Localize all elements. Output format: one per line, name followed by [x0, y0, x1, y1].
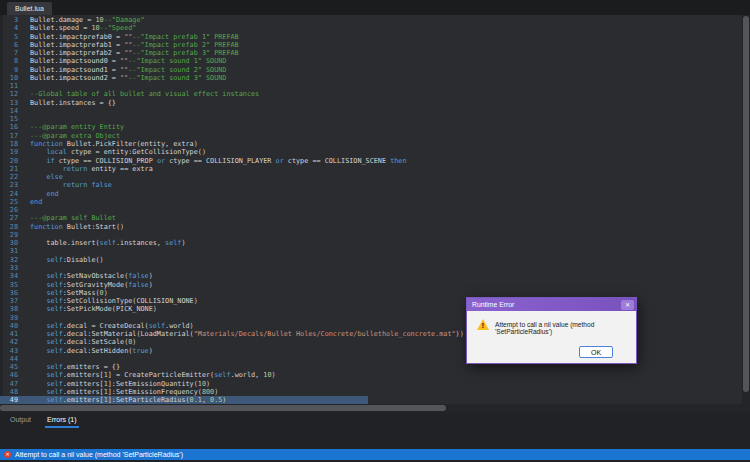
code-line[interactable]: 47 self.emitters[1]:SetEmissionQuantity(…	[0, 380, 742, 388]
line-number: 12	[0, 90, 26, 98]
code-line[interactable]: 31	[0, 247, 742, 255]
code-line[interactable]: 23 return false	[0, 181, 742, 189]
code-line[interactable]: 9Bullet.impactsound1 = ""--"Impact sound…	[0, 66, 742, 74]
code-line[interactable]: 46 self.emitters[1] = CreateParticleEmit…	[0, 371, 742, 379]
code-line[interactable]: 48 self.emitters[1]:SetEmissionFrequency…	[0, 388, 742, 396]
code-line[interactable]: 7Bullet.impactprefab2 = ""--"Impact pref…	[0, 49, 742, 57]
line-number: 42	[0, 338, 26, 346]
line-number: 6	[0, 41, 26, 49]
line-number: 3	[0, 16, 26, 24]
code-text: Bullet.damage = 10--"Damage"	[26, 16, 145, 24]
code-text: ---@param extra Object	[26, 132, 120, 140]
ok-button[interactable]: OK	[579, 346, 613, 358]
code-line[interactable]: 22 else	[0, 173, 742, 181]
tab-bullet-lua[interactable]: Bullet.lua	[7, 2, 52, 15]
code-line[interactable]: 34 self:SetNavObstacle(false)	[0, 272, 742, 280]
code-line[interactable]: 49 self.emitters[1]:SetParticleRadius(0.…	[0, 396, 742, 404]
code-text: self.emitters[1]:SetParticleRadius(0.1, …	[26, 396, 226, 404]
code-line[interactable]: 8Bullet.impactsound0 = ""--"Impact sound…	[0, 57, 742, 65]
line-number: 32	[0, 256, 26, 264]
code-line[interactable]: 24 end	[0, 190, 742, 198]
code-line[interactable]: 15	[0, 115, 742, 123]
line-number: 19	[0, 148, 26, 156]
code-text: local ctype = entity:GetCollisionType()	[26, 148, 206, 156]
code-line[interactable]: 25end	[0, 198, 742, 206]
code-line[interactable]: 45 self.emitters = {}	[0, 363, 742, 371]
vertical-scrollbar-thumb[interactable]	[743, 16, 749, 392]
tab-output[interactable]: Output	[8, 412, 33, 428]
code-line[interactable]: 27---@param self Bullet	[0, 214, 742, 222]
tab-title: Bullet.lua	[15, 5, 44, 12]
code-line[interactable]: 30 table.insert(self.instances, self)	[0, 239, 742, 247]
error-list-item[interactable]: ✕ Attempt to call a nil value (method 'S…	[0, 449, 750, 460]
code-text: self:SetNavObstacle(false)	[26, 272, 153, 280]
code-line[interactable]: 12--Global table of all bullet and visua…	[0, 90, 742, 98]
errors-list: ✕ Attempt to call a nil value (method 'S…	[0, 428, 750, 462]
code-line[interactable]: 29	[0, 231, 742, 239]
code-text: Bullet.impactsound2 = ""--"Impact sound …	[26, 74, 226, 82]
code-text	[26, 314, 30, 322]
vertical-scrollbar[interactable]	[742, 15, 750, 404]
line-number: 36	[0, 289, 26, 297]
code-line[interactable]: 36 self:SetMass(0)	[0, 289, 742, 297]
code-text: ---@param entity Entity	[26, 123, 124, 131]
close-icon[interactable]: ✕	[621, 300, 634, 310]
bottom-panel: Output Errors (1) ✕ Attempt to call a ni…	[0, 412, 750, 462]
code-text: if ctype == COLLISION_PROP or ctype == C…	[26, 157, 407, 165]
code-line[interactable]: 16---@param entity Entity	[0, 123, 742, 131]
dialog-titlebar[interactable]: Runtime Error ✕	[467, 298, 636, 311]
code-line[interactable]: 32 self:Disable()	[0, 256, 742, 264]
runtime-error-dialog: Runtime Error ✕ Attempt to call a nil va…	[466, 297, 637, 364]
code-line[interactable]: 35 self:SetGravityMode(false)	[0, 281, 742, 289]
line-number: 24	[0, 190, 26, 198]
line-number: 33	[0, 264, 26, 272]
horizontal-scrollbar-thumb[interactable]	[0, 405, 446, 411]
line-number: 18	[0, 140, 26, 148]
panel-tabbar: Output Errors (1)	[0, 412, 750, 428]
line-number: 29	[0, 231, 26, 239]
code-line[interactable]: 28function Bullet:Start()	[0, 223, 742, 231]
line-number: 47	[0, 380, 26, 388]
code-line[interactable]: 19 local ctype = entity:GetCollisionType…	[0, 148, 742, 156]
horizontal-scrollbar[interactable]	[0, 404, 750, 412]
line-number: 39	[0, 314, 26, 322]
line-number: 37	[0, 297, 26, 305]
line-number: 26	[0, 206, 26, 214]
line-number: 13	[0, 99, 26, 107]
code-line[interactable]: 17---@param extra Object	[0, 132, 742, 140]
error-icon: ✕	[4, 451, 11, 458]
warning-icon	[477, 319, 489, 330]
code-text: function Bullet:Start()	[26, 223, 124, 231]
code-text: self:Disable()	[26, 256, 104, 264]
line-number: 28	[0, 223, 26, 231]
code-text: self.emitters[1]:SetEmissionFrequency(80…	[26, 388, 218, 396]
code-line[interactable]: 14	[0, 107, 742, 115]
code-text: self.decal:SetHidden(true)	[26, 347, 153, 355]
line-number: 45	[0, 363, 26, 371]
code-text: self.decal = CreateDecal(self.world)	[26, 322, 194, 330]
code-line[interactable]: 18function Bullet.PickFilter(entity, ext…	[0, 140, 742, 148]
code-line[interactable]: 11	[0, 82, 742, 90]
code-text	[26, 355, 30, 363]
dialog-body: Attempt to call a nil value (method 'Set…	[467, 311, 636, 335]
code-text	[26, 115, 30, 123]
line-number: 46	[0, 371, 26, 379]
code-text: self.emitters[1]:SetEmissionQuantity(10)	[26, 380, 210, 388]
code-line[interactable]: 21 return entity == extra	[0, 165, 742, 173]
code-text: ---@param self Bullet	[26, 214, 116, 222]
tab-errors[interactable]: Errors (1)	[45, 412, 79, 428]
code-line[interactable]: 5Bullet.impactprefab0 = ""--"Impact pref…	[0, 33, 742, 41]
code-line[interactable]: 13Bullet.instances = {}	[0, 99, 742, 107]
editor-main: 3Bullet.damage = 10--"Damage"4Bullet.spe…	[0, 15, 750, 404]
code-line[interactable]: 6Bullet.impactprefab1 = ""--"Impact pref…	[0, 41, 742, 49]
line-number: 20	[0, 157, 26, 165]
code-line[interactable]: 26	[0, 206, 742, 214]
code-line[interactable]: 3Bullet.damage = 10--"Damage"	[0, 16, 742, 24]
line-number: 41	[0, 330, 26, 338]
code-text: self.decal:SetMaterial(LoadMaterial("Mat…	[26, 330, 464, 338]
code-line[interactable]: 10Bullet.impactsound2 = ""--"Impact soun…	[0, 74, 742, 82]
code-line[interactable]: 4Bullet.speed = 10--"Speed"	[0, 24, 742, 32]
code-line[interactable]: 20 if ctype == COLLISION_PROP or ctype =…	[0, 157, 742, 165]
code-line[interactable]: 33	[0, 264, 742, 272]
code-text: return entity == extra	[26, 165, 153, 173]
